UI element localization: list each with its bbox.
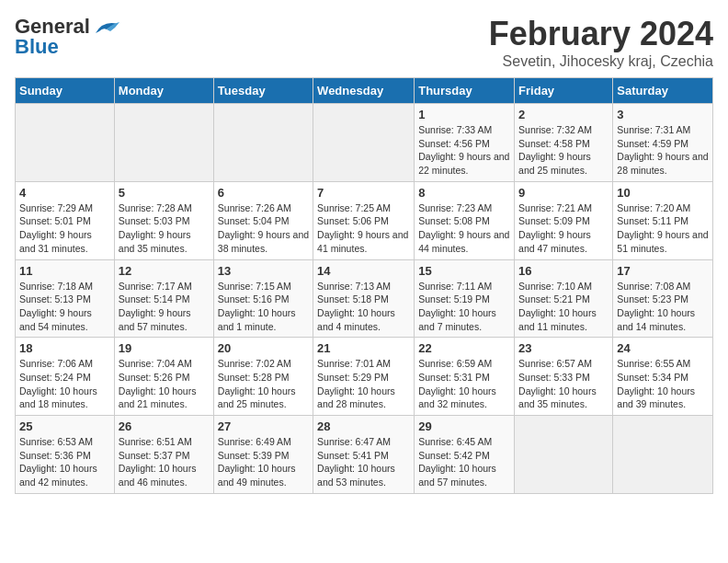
calendar-cell: 23Sunrise: 6:57 AM Sunset: 5:33 PM Dayli… [515,338,613,416]
day-info: Sunrise: 7:11 AM Sunset: 5:19 PM Dayligh… [418,280,510,334]
day-number: 5 [119,186,210,200]
day-number: 15 [418,264,510,278]
location-subtitle: Sevetin, Jihocesky kraj, Czechia [489,53,713,70]
calendar-cell: 19Sunrise: 7:04 AM Sunset: 5:26 PM Dayli… [114,338,213,416]
calendar-cell: 1Sunrise: 7:33 AM Sunset: 4:56 PM Daylig… [415,104,515,182]
calendar-cell: 21Sunrise: 7:01 AM Sunset: 5:29 PM Dayli… [313,338,415,416]
calendar-cell: 8Sunrise: 7:23 AM Sunset: 5:08 PM Daylig… [415,181,515,259]
calendar-cell: 22Sunrise: 6:59 AM Sunset: 5:31 PM Dayli… [415,338,515,416]
day-info: Sunrise: 7:18 AM Sunset: 5:13 PM Dayligh… [19,280,110,334]
day-number: 13 [218,264,309,278]
calendar-cell: 11Sunrise: 7:18 AM Sunset: 5:13 PM Dayli… [16,259,115,338]
day-number: 2 [518,108,609,121]
header-friday: Friday [515,78,613,104]
header-sunday: Sunday [16,78,115,104]
day-info: Sunrise: 7:17 AM Sunset: 5:14 PM Dayligh… [119,280,210,334]
day-info: Sunrise: 6:49 AM Sunset: 5:39 PM Dayligh… [218,435,309,489]
calendar-cell: 26Sunrise: 6:51 AM Sunset: 5:37 PM Dayli… [114,416,213,494]
day-number: 11 [19,264,110,278]
calendar-cell: 5Sunrise: 7:28 AM Sunset: 5:03 PM Daylig… [114,181,213,259]
calendar-cell [613,416,713,494]
calendar-cell: 20Sunrise: 7:02 AM Sunset: 5:28 PM Dayli… [213,338,313,416]
day-number: 6 [218,186,309,200]
calendar-cell: 3Sunrise: 7:31 AM Sunset: 4:59 PM Daylig… [613,104,713,182]
day-number: 29 [418,419,510,433]
day-info: Sunrise: 6:45 AM Sunset: 5:42 PM Dayligh… [418,435,510,489]
day-info: Sunrise: 7:06 AM Sunset: 5:24 PM Dayligh… [19,357,110,411]
day-number: 9 [518,186,609,200]
day-info: Sunrise: 7:20 AM Sunset: 5:11 PM Dayligh… [617,201,709,256]
day-number: 10 [617,186,709,200]
calendar-cell [114,104,213,182]
calendar-cell: 2Sunrise: 7:32 AM Sunset: 4:58 PM Daylig… [515,104,613,182]
calendar-cell: 18Sunrise: 7:06 AM Sunset: 5:24 PM Dayli… [16,338,115,416]
day-number: 25 [19,419,110,433]
day-number: 14 [317,264,410,278]
day-info: Sunrise: 7:23 AM Sunset: 5:08 PM Dayligh… [418,201,510,256]
calendar-table: Sunday Monday Tuesday Wednesday Thursday… [15,77,713,494]
header-saturday: Saturday [613,78,713,104]
day-number: 28 [317,419,410,433]
calendar-cell: 29Sunrise: 6:45 AM Sunset: 5:42 PM Dayli… [415,416,515,494]
day-number: 20 [218,341,309,355]
day-info: Sunrise: 7:08 AM Sunset: 5:23 PM Dayligh… [617,280,709,334]
day-info: Sunrise: 7:26 AM Sunset: 5:04 PM Dayligh… [218,201,309,256]
month-year-title: February 2024 [489,15,713,53]
day-info: Sunrise: 7:25 AM Sunset: 5:06 PM Dayligh… [317,201,410,256]
day-number: 27 [218,419,309,433]
calendar-cell: 10Sunrise: 7:20 AM Sunset: 5:11 PM Dayli… [613,181,713,259]
day-number: 18 [19,341,110,355]
day-info: Sunrise: 6:55 AM Sunset: 5:34 PM Dayligh… [617,357,709,411]
calendar-cell [16,104,115,182]
header-thursday: Thursday [415,78,515,104]
calendar-cell: 12Sunrise: 7:17 AM Sunset: 5:14 PM Dayli… [114,259,213,338]
calendar-week-row: 1Sunrise: 7:33 AM Sunset: 4:56 PM Daylig… [16,104,713,182]
day-info: Sunrise: 7:15 AM Sunset: 5:16 PM Dayligh… [218,280,309,334]
day-number: 16 [518,264,609,278]
day-number: 8 [418,186,510,200]
day-info: Sunrise: 7:29 AM Sunset: 5:01 PM Dayligh… [19,201,110,256]
header-tuesday: Tuesday [213,78,313,104]
day-number: 3 [617,108,709,121]
day-info: Sunrise: 7:04 AM Sunset: 5:26 PM Dayligh… [119,357,210,411]
day-info: Sunrise: 7:31 AM Sunset: 4:59 PM Dayligh… [617,123,709,178]
day-number: 12 [119,264,210,278]
calendar-cell: 9Sunrise: 7:21 AM Sunset: 5:09 PM Daylig… [515,181,613,259]
calendar-week-row: 11Sunrise: 7:18 AM Sunset: 5:13 PM Dayli… [16,259,713,338]
header-wednesday: Wednesday [313,78,415,104]
calendar-week-row: 25Sunrise: 6:53 AM Sunset: 5:36 PM Dayli… [16,416,713,494]
day-number: 22 [418,341,510,355]
calendar-week-row: 4Sunrise: 7:29 AM Sunset: 5:01 PM Daylig… [16,181,713,259]
day-number: 7 [317,186,410,200]
calendar-cell: 27Sunrise: 6:49 AM Sunset: 5:39 PM Dayli… [213,416,313,494]
calendar-cell: 17Sunrise: 7:08 AM Sunset: 5:23 PM Dayli… [613,259,713,338]
day-number: 26 [119,419,210,433]
day-info: Sunrise: 7:10 AM Sunset: 5:21 PM Dayligh… [518,280,609,334]
calendar-cell: 7Sunrise: 7:25 AM Sunset: 5:06 PM Daylig… [313,181,415,259]
logo-blue: Blue [15,35,59,59]
title-section: February 2024 Sevetin, Jihocesky kraj, C… [489,15,713,70]
calendar-cell: 28Sunrise: 6:47 AM Sunset: 5:41 PM Dayli… [313,416,415,494]
day-info: Sunrise: 7:02 AM Sunset: 5:28 PM Dayligh… [218,357,309,411]
logo-bird-icon [92,17,121,37]
calendar-cell [515,416,613,494]
calendar-cell [313,104,415,182]
day-info: Sunrise: 7:28 AM Sunset: 5:03 PM Dayligh… [119,201,210,256]
day-info: Sunrise: 7:01 AM Sunset: 5:29 PM Dayligh… [317,357,410,411]
calendar-cell: 14Sunrise: 7:13 AM Sunset: 5:18 PM Dayli… [313,259,415,338]
day-info: Sunrise: 7:13 AM Sunset: 5:18 PM Dayligh… [317,280,410,334]
calendar-cell: 24Sunrise: 6:55 AM Sunset: 5:34 PM Dayli… [613,338,713,416]
day-info: Sunrise: 7:21 AM Sunset: 5:09 PM Dayligh… [518,201,609,256]
header-monday: Monday [114,78,213,104]
day-info: Sunrise: 6:53 AM Sunset: 5:36 PM Dayligh… [19,435,110,489]
day-number: 21 [317,341,410,355]
calendar-cell: 4Sunrise: 7:29 AM Sunset: 5:01 PM Daylig… [16,181,115,259]
page-header: General Blue February 2024 Sevetin, Jiho… [15,15,713,70]
day-number: 1 [418,108,510,121]
day-info: Sunrise: 6:57 AM Sunset: 5:33 PM Dayligh… [518,357,609,411]
day-number: 17 [617,264,709,278]
day-number: 23 [518,341,609,355]
day-info: Sunrise: 6:51 AM Sunset: 5:37 PM Dayligh… [119,435,210,489]
calendar-cell: 6Sunrise: 7:26 AM Sunset: 5:04 PM Daylig… [213,181,313,259]
calendar-cell: 13Sunrise: 7:15 AM Sunset: 5:16 PM Dayli… [213,259,313,338]
